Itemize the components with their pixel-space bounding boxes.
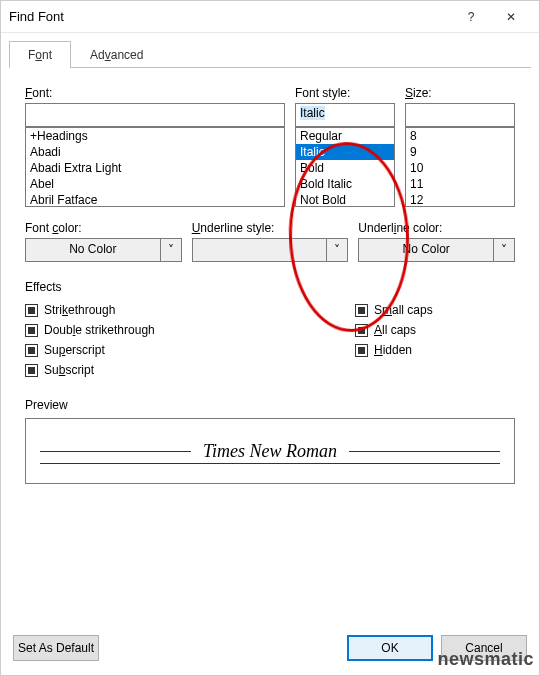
preview-text: Times New Roman [203, 441, 337, 461]
checkbox-icon [25, 344, 38, 357]
preview-heading: Preview [25, 398, 515, 412]
font-style-input[interactable]: Italic [295, 103, 395, 127]
list-item[interactable]: 12 [406, 192, 514, 207]
close-button[interactable]: ✕ [491, 3, 531, 31]
list-item[interactable]: 8 [406, 128, 514, 144]
font-color-label: Font color: [25, 221, 182, 235]
watermark: newsmatic [437, 649, 534, 670]
list-item[interactable]: Italic [296, 144, 394, 160]
list-item[interactable]: Bold Italic [296, 176, 394, 192]
list-item[interactable]: Abadi Extra Light [26, 160, 284, 176]
underline-style-label: Underline style: [192, 221, 349, 235]
list-item[interactable]: Regular [296, 128, 394, 144]
font-panel: Font: +Headings Abadi Abadi Extra Light … [9, 67, 531, 624]
list-item[interactable]: Abel [26, 176, 284, 192]
checkbox-icon [25, 324, 38, 337]
strikethrough-checkbox[interactable]: Strikethrough [25, 300, 355, 320]
list-item[interactable]: 11 [406, 176, 514, 192]
tab-font[interactable]: Font [9, 41, 71, 68]
help-button[interactable]: ? [451, 3, 491, 31]
checkbox-icon [25, 364, 38, 377]
size-input[interactable] [405, 103, 515, 127]
superscript-checkbox[interactable]: Superscript [25, 340, 355, 360]
chevron-down-icon: ˅ [160, 238, 182, 262]
all-caps-checkbox[interactable]: All caps [355, 320, 515, 340]
list-item[interactable]: +Headings [26, 128, 284, 144]
checkbox-icon [25, 304, 38, 317]
font-listbox[interactable]: +Headings Abadi Abadi Extra Light Abel A… [25, 127, 285, 207]
font-style-label: Font style: [295, 86, 395, 100]
chevron-down-icon: ˅ [326, 238, 348, 262]
underline-color-label: Underline color: [358, 221, 515, 235]
checkbox-icon [355, 304, 368, 317]
font-label: Font: [25, 86, 285, 100]
find-font-dialog: Find Font ? ✕ Font Advanced Font: +Headi… [0, 0, 540, 676]
dialog-title: Find Font [9, 9, 451, 24]
double-strikethrough-checkbox[interactable]: Double strikethrough [25, 320, 355, 340]
hidden-checkbox[interactable]: Hidden [355, 340, 515, 360]
effects-heading: Effects [25, 280, 515, 294]
tab-advanced[interactable]: Advanced [71, 41, 162, 68]
set-as-default-button[interactable]: Set As Default [13, 635, 99, 661]
size-label: Size: [405, 86, 515, 100]
tabbar: Font Advanced [1, 33, 539, 68]
list-item[interactable]: Abril Fatface [26, 192, 284, 207]
font-input[interactable] [25, 103, 285, 127]
titlebar: Find Font ? ✕ [1, 1, 539, 33]
ok-button[interactable]: OK [347, 635, 433, 661]
font-style-listbox[interactable]: Regular Italic Bold Bold Italic Not Bold [295, 127, 395, 207]
list-item[interactable]: Abadi [26, 144, 284, 160]
preview-box: Times New Roman [25, 418, 515, 484]
list-item[interactable]: 10 [406, 160, 514, 176]
underline-style-dropdown[interactable]: ˅ [192, 238, 349, 262]
size-listbox[interactable]: 8 9 10 11 12 [405, 127, 515, 207]
subscript-checkbox[interactable]: Subscript [25, 360, 355, 380]
checkbox-icon [355, 324, 368, 337]
list-item[interactable]: Not Bold [296, 192, 394, 207]
checkbox-icon [355, 344, 368, 357]
chevron-down-icon: ˅ [493, 238, 515, 262]
list-item[interactable]: Bold [296, 160, 394, 176]
font-color-dropdown[interactable]: No Color ˅ [25, 238, 182, 262]
list-item[interactable]: 9 [406, 144, 514, 160]
small-caps-checkbox[interactable]: Small caps [355, 300, 515, 320]
underline-color-dropdown[interactable]: No Color ˅ [358, 238, 515, 262]
